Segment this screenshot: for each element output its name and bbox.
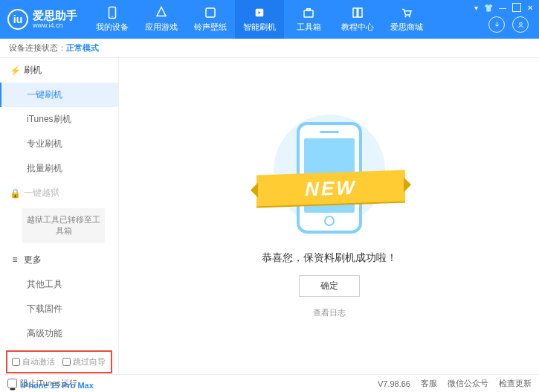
status-label: 设备连接状态： — [9, 42, 66, 54]
lock-icon: 🔒 — [10, 189, 19, 198]
checkbox-label: 阻止iTunes运行 — [20, 378, 77, 389]
new-ribbon: NEW — [256, 170, 405, 206]
flash-section-icon: ⚡ — [10, 66, 19, 75]
section-label: 一键越狱 — [24, 187, 59, 199]
section-label: 更多 — [24, 254, 42, 266]
nav-toolbox[interactable]: 工具箱 — [284, 0, 333, 39]
more-icon: ≡ — [10, 255, 19, 264]
main-panel: NEW 恭喜您，保资料刷机成功啦！ 确定 查看日志 — [119, 58, 539, 374]
flash-icon — [253, 6, 266, 19]
nav-label: 爱思商城 — [390, 22, 423, 33]
checkbox-label: 跳过向导 — [73, 356, 106, 367]
view-log-link[interactable]: 查看日志 — [313, 307, 346, 318]
window-controls: ▾ 👕 — ✕ — [474, 3, 533, 12]
nav-label: 铃声壁纸 — [194, 22, 227, 33]
brand-name: 爱思助手 — [33, 10, 77, 22]
toolbox-icon — [302, 6, 315, 19]
options-highlight-box: 自动激活 跳过向导 — [6, 350, 112, 373]
nav-label: 应用游戏 — [145, 22, 178, 33]
body-area: ⚡ 刷机 一键刷机 iTunes刷机 专业刷机 批量刷机 🔒 一键越狱 越狱工具… — [0, 58, 539, 374]
sidebar: ⚡ 刷机 一键刷机 iTunes刷机 专业刷机 批量刷机 🔒 一键越狱 越狱工具… — [0, 58, 119, 374]
nav-label: 工具箱 — [297, 22, 321, 33]
sidebar-item-itunes-flash[interactable]: iTunes刷机 — [0, 107, 118, 132]
svg-rect-2 — [206, 8, 215, 17]
nav-app-games[interactable]: 应用游戏 — [137, 0, 186, 39]
brand-logo: iu 爱思助手 www.i4.cn — [0, 9, 88, 30]
success-illustration: NEW — [262, 115, 396, 241]
nav-my-device[interactable]: 我的设备 — [88, 0, 137, 39]
book-icon — [351, 6, 364, 19]
success-message: 恭喜您，保资料刷机成功啦！ — [262, 251, 397, 265]
sidebar-item-download-firmware[interactable]: 下载固件 — [0, 297, 118, 321]
svg-point-1 — [112, 16, 113, 18]
top-nav: 我的设备 应用游戏 铃声壁纸 智能刷机 工具箱 教程中心 爱思商城 — [88, 0, 431, 39]
sidebar-section-flash[interactable]: ⚡ 刷机 — [0, 58, 118, 83]
ok-button[interactable]: 确定 — [299, 275, 360, 297]
status-value: 正常模式 — [66, 42, 99, 54]
svg-point-7 — [409, 16, 410, 17]
app-icon — [155, 6, 168, 19]
checkbox-label: 自动激活 — [22, 356, 55, 367]
nav-label: 智能刷机 — [243, 22, 276, 33]
maximize-icon[interactable] — [512, 3, 521, 12]
nav-label: 教程中心 — [341, 22, 374, 33]
sidebar-item-onekey-flash[interactable]: 一键刷机 — [0, 83, 118, 107]
sidebar-section-jailbreak[interactable]: 🔒 一键越狱 — [0, 181, 118, 205]
nav-tutorial[interactable]: 教程中心 — [333, 0, 382, 39]
svg-rect-4 — [304, 10, 313, 17]
device-status-bar: 设备连接状态： 正常模式 — [0, 39, 539, 58]
nav-ringtone[interactable]: 铃声壁纸 — [186, 0, 235, 39]
app-header: iu 爱思助手 www.i4.cn 我的设备 应用游戏 铃声壁纸 智能刷机 工具… — [0, 0, 539, 39]
sidebar-item-batch-flash[interactable]: 批量刷机 — [0, 156, 118, 181]
footer-link-support[interactable]: 客服 — [421, 378, 437, 389]
svg-rect-5 — [307, 9, 311, 10]
header-action-buttons — [488, 16, 529, 33]
block-itunes-checkbox[interactable]: 阻止iTunes运行 — [7, 378, 77, 389]
footer-bar: 阻止iTunes运行 V7.98.66 客服 微信公众号 检查更新 — [0, 374, 539, 392]
section-label: 刷机 — [24, 64, 42, 77]
jailbreak-moved-note[interactable]: 越狱工具已转移至工具箱 — [22, 208, 105, 243]
download-button[interactable] — [488, 16, 505, 33]
footer-link-update[interactable]: 检查更新 — [499, 378, 532, 389]
svg-point-8 — [519, 22, 522, 25]
nav-store[interactable]: 爱思商城 — [382, 0, 431, 39]
menu-icon[interactable]: ▾ — [474, 4, 478, 12]
skin-icon[interactable]: 👕 — [484, 4, 493, 12]
version-label: V7.98.66 — [378, 379, 410, 388]
nav-flash[interactable]: 智能刷机 — [235, 0, 284, 39]
svg-point-6 — [404, 16, 406, 17]
minimize-icon[interactable]: — — [499, 4, 506, 12]
nav-label: 我的设备 — [96, 22, 129, 33]
user-button[interactable] — [512, 16, 529, 33]
sidebar-item-other-tools[interactable]: 其他工具 — [0, 272, 118, 297]
logo-icon: iu — [7, 9, 28, 30]
close-icon[interactable]: ✕ — [527, 4, 533, 12]
phone-icon — [106, 6, 119, 19]
wallpaper-icon — [204, 6, 217, 19]
cart-icon — [400, 6, 413, 19]
skip-guide-checkbox[interactable]: 跳过向导 — [62, 356, 106, 367]
sidebar-section-more[interactable]: ≡ 更多 — [0, 248, 118, 272]
sidebar-item-advanced[interactable]: 高级功能 — [0, 321, 118, 346]
auto-activate-checkbox[interactable]: 自动激活 — [12, 356, 55, 367]
brand-url: www.i4.cn — [33, 22, 77, 29]
sidebar-item-pro-flash[interactable]: 专业刷机 — [0, 132, 118, 156]
footer-link-wechat[interactable]: 微信公众号 — [448, 378, 488, 389]
